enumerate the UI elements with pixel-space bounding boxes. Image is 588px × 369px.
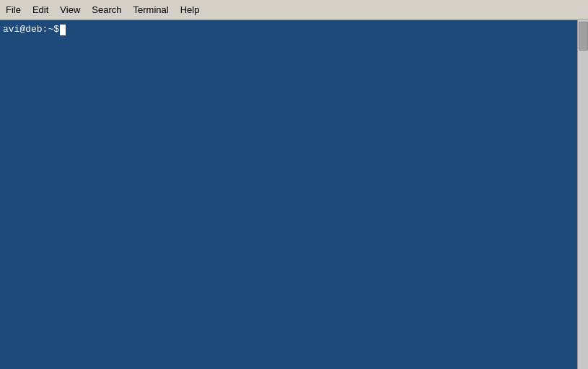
menu-item-help[interactable]: Help [175,2,206,17]
prompt-line: avi@deb:~$ [3,23,574,36]
menu-item-terminal[interactable]: Terminal [128,2,175,17]
prompt-text: avi@deb:~$ [3,23,59,36]
terminal-cursor [60,25,66,35]
menu-item-search[interactable]: Search [86,2,127,17]
terminal-content: avi@deb:~$ [0,20,577,369]
menu-item-edit[interactable]: Edit [27,2,54,17]
scrollbar-thumb[interactable] [579,22,588,51]
terminal-area[interactable]: avi@deb:~$ [0,20,588,369]
scrollbar-track[interactable] [577,20,588,369]
menubar: File Edit View Search Terminal Help [0,0,588,20]
menu-item-file[interactable]: File [0,2,27,17]
menu-item-view[interactable]: View [54,2,86,17]
